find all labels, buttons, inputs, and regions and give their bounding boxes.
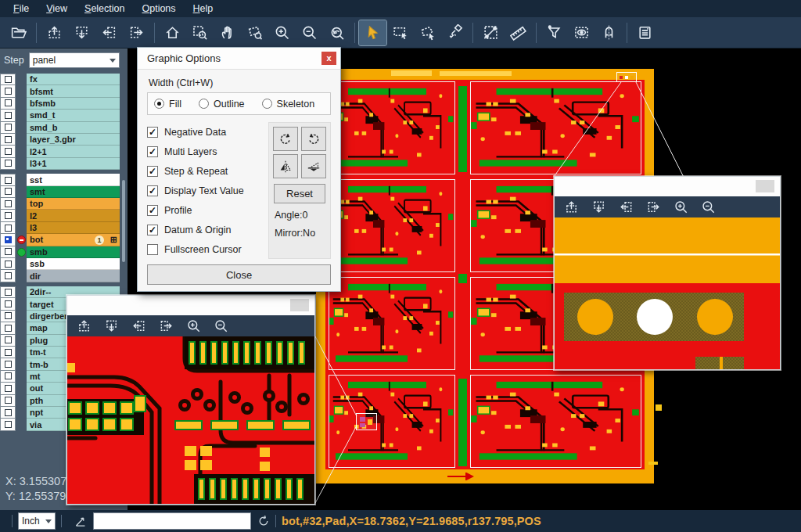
layer-row-bfsmt[interactable]: bfsmt bbox=[0, 85, 128, 97]
zoom-previous-button[interactable] bbox=[323, 20, 350, 45]
radio-fill[interactable]: Fill bbox=[154, 99, 181, 110]
radio-skeleton[interactable]: Skeleton bbox=[262, 99, 315, 110]
measure-ruler-button[interactable] bbox=[505, 20, 532, 45]
step-select[interactable]: panel bbox=[29, 52, 120, 68]
layer-row-smt[interactable]: smt bbox=[0, 186, 128, 198]
filter-button[interactable] bbox=[541, 20, 568, 45]
measure-distance-button[interactable] bbox=[477, 20, 505, 45]
layer-checkbox[interactable] bbox=[0, 110, 16, 121]
mirror-horizontal-button[interactable] bbox=[301, 154, 326, 178]
menu-file[interactable]: File bbox=[5, 0, 38, 17]
layer-name[interactable]: l2+1 bbox=[27, 146, 120, 157]
layer-name[interactable]: sst bbox=[27, 174, 120, 185]
zoom-out-button[interactable] bbox=[698, 198, 718, 217]
command-input[interactable] bbox=[93, 512, 251, 530]
layer-name[interactable]: bfsmt bbox=[27, 85, 120, 97]
layer-checkbox[interactable] bbox=[0, 335, 16, 347]
radio-outline[interactable]: Outline bbox=[199, 99, 245, 110]
menu-selection[interactable]: Selection bbox=[76, 0, 133, 17]
layer-checkbox[interactable] bbox=[0, 174, 16, 185]
layer-checkbox[interactable] bbox=[0, 322, 16, 334]
layer-checkbox[interactable] bbox=[0, 298, 16, 310]
zoom-home-button[interactable] bbox=[159, 20, 186, 45]
layer-name[interactable]: ssb bbox=[27, 258, 120, 270]
zoom-in-button[interactable] bbox=[183, 317, 203, 336]
select-cursor-button[interactable] bbox=[359, 20, 386, 45]
checkbox-datum-origin[interactable]: ✓Datum & Origin bbox=[147, 220, 268, 239]
layer-checkbox[interactable] bbox=[0, 258, 16, 270]
sidebar-scrollbar[interactable] bbox=[122, 180, 125, 262]
layer-checkbox[interactable] bbox=[0, 122, 16, 134]
layer-checkbox[interactable] bbox=[0, 395, 16, 407]
pan-down-button[interactable] bbox=[68, 20, 95, 45]
zoom-window-detail[interactable] bbox=[66, 295, 315, 505]
layer-name[interactable]: fx bbox=[27, 74, 120, 85]
layer-checkbox[interactable] bbox=[0, 85, 16, 97]
layer-checkbox[interactable] bbox=[0, 98, 16, 110]
layer-name[interactable]: smd_b bbox=[27, 122, 120, 134]
layer-name[interactable]: smt bbox=[27, 186, 120, 198]
layer-row-sst[interactable]: sst bbox=[0, 174, 128, 185]
layer-checkbox[interactable] bbox=[0, 146, 16, 157]
layer-row-smb[interactable]: smb bbox=[0, 246, 128, 258]
layer-row-smd_t[interactable]: smd_t bbox=[0, 110, 128, 121]
layer-checkbox[interactable] bbox=[0, 74, 16, 85]
zoom-window-corner[interactable] bbox=[554, 176, 781, 370]
zoom-window-button[interactable] bbox=[756, 180, 774, 192]
layer-row-l2[interactable]: l2 bbox=[0, 210, 128, 221]
layer-checkbox[interactable] bbox=[0, 234, 16, 246]
reset-button[interactable]: Reset bbox=[274, 184, 325, 203]
checkbox-fullscreen-cursor[interactable]: Fullscreen Cursor bbox=[147, 239, 268, 259]
layer-row-fx[interactable]: fx bbox=[0, 74, 128, 85]
layer-checkbox[interactable] bbox=[0, 134, 16, 146]
layer-name[interactable]: l2 bbox=[27, 210, 120, 221]
checkbox-multi-layers[interactable]: ✓Multi Layers bbox=[147, 142, 268, 161]
snap-button[interactable] bbox=[595, 20, 623, 45]
zoom-window-titlebar[interactable] bbox=[67, 296, 314, 315]
refresh-icon[interactable] bbox=[257, 515, 270, 527]
layer-row-ssb[interactable]: ssb bbox=[0, 258, 128, 270]
layer-row-layer_3.gbr[interactable]: layer_3.gbr bbox=[0, 134, 128, 146]
layer-row-bfsmb[interactable]: bfsmb bbox=[0, 98, 128, 110]
rotate-cw-button[interactable] bbox=[273, 127, 298, 151]
open-button[interactable] bbox=[5, 20, 32, 45]
checkbox-display-text-value[interactable]: ✓Display Text Value bbox=[147, 181, 268, 200]
properties-panel-button[interactable] bbox=[631, 20, 659, 45]
zoom-in-button[interactable] bbox=[670, 198, 691, 217]
layer-row-l3+1[interactable]: l3+1 bbox=[0, 158, 128, 170]
close-button[interactable]: Close bbox=[147, 264, 331, 285]
layer-checkbox[interactable] bbox=[0, 347, 16, 358]
layer-name[interactable]: l3 bbox=[27, 222, 120, 234]
select-rectangle-button[interactable] bbox=[386, 20, 414, 45]
clear-highlight-button[interactable] bbox=[441, 20, 469, 45]
layer-name[interactable]: dir bbox=[27, 270, 120, 282]
layer-checkbox[interactable] bbox=[0, 358, 16, 370]
view-options-button[interactable] bbox=[568, 20, 595, 45]
zoom-out-button[interactable] bbox=[296, 20, 323, 45]
layer-checkbox[interactable] bbox=[0, 198, 16, 210]
zoom-window-button[interactable] bbox=[186, 20, 214, 45]
layer-checkbox[interactable] bbox=[0, 210, 16, 221]
select-polygon-button[interactable] bbox=[414, 20, 441, 45]
layer-checkbox[interactable] bbox=[0, 186, 16, 198]
layer-name[interactable]: top bbox=[27, 198, 120, 210]
layer-checkbox[interactable] bbox=[0, 419, 16, 430]
layer-checkbox[interactable] bbox=[0, 311, 16, 322]
pan-down-button[interactable] bbox=[588, 198, 609, 217]
layer-checkbox[interactable] bbox=[0, 383, 16, 394]
pan-right-button[interactable] bbox=[123, 20, 150, 45]
menu-options[interactable]: Options bbox=[133, 0, 184, 17]
checkbox-negative-data[interactable]: ✓Negative Data bbox=[147, 122, 268, 142]
mirror-vertical-button[interactable] bbox=[273, 154, 298, 178]
layer-checkbox[interactable] bbox=[0, 371, 16, 383]
layer-row-smd_b[interactable]: smd_b bbox=[0, 122, 128, 134]
zoom-window-view[interactable] bbox=[67, 336, 314, 504]
layer-checkbox[interactable] bbox=[0, 222, 16, 234]
zoom-out-button[interactable] bbox=[210, 317, 231, 336]
angle-measure-icon[interactable] bbox=[74, 515, 87, 528]
pan-hand-button[interactable] bbox=[214, 20, 241, 45]
layer-checkbox[interactable] bbox=[0, 286, 16, 298]
rotate-ccw-button[interactable] bbox=[301, 127, 326, 151]
menu-view[interactable]: View bbox=[38, 0, 76, 17]
pan-up-button[interactable] bbox=[561, 198, 581, 217]
